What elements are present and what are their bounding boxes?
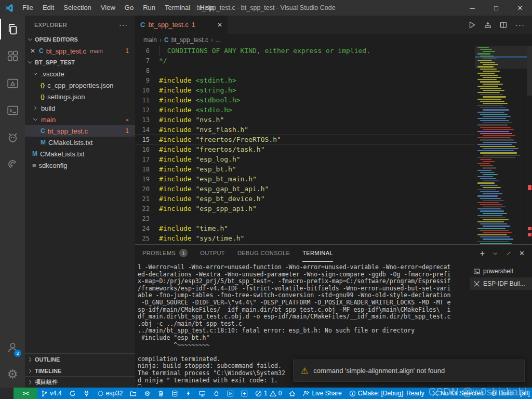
chevron-right-icon [27,379,33,385]
overview-ruler[interactable] [527,46,532,244]
scrollbar-thumb[interactable] [527,46,532,96]
code-editor[interactable]: 6 CONDITIONS OF ANY KIND, either express… [135,46,532,244]
terminal-instance-esp-idf-buil-[interactable]: ESP-IDF Buil... [470,277,532,290]
more-actions-button[interactable]: ··· [515,20,525,29]
breadcrumb[interactable]: main › C bt_spp_test.c › ... [135,34,532,46]
code-line: 16#include "freertos/task.h" [135,144,475,154]
close-button[interactable]: ✕ [508,0,532,16]
code-token [192,234,196,242]
tree-item-c-cpp-properties-json[interactable]: {}c_cpp_properties.json [25,79,135,91]
menuconfig-item[interactable]: ⚙ [140,388,154,399]
activity-account-icon[interactable]: 2 [0,334,25,361]
device-target-item[interactable]: esp32 [94,388,127,399]
serial-port-item[interactable] [79,388,94,399]
maximize-button[interactable]: □ [484,0,508,16]
build-flash-monitor-item[interactable] [209,388,223,399]
tree-item-settings-json[interactable]: {}settings.json [25,91,135,102]
fullclean-item[interactable] [154,388,168,399]
minimap-line [483,213,507,214]
code-token: "esp_gap_bt_api.h" [195,185,269,193]
panel-tab-problems[interactable]: PROBLEMS1 [142,245,188,262]
minimap-line [480,185,498,186]
launch-item[interactable] [237,388,251,399]
split-editor-button[interactable] [500,21,507,29]
panel-header: PROBLEMS1OUTPUTDEBUG CONSOLETERMINAL +✕ [135,245,532,262]
menu-terminal[interactable]: Terminal [160,0,195,16]
tree-item-sdkconfig[interactable]: ≡sdkconfig [25,159,135,171]
minimap-line [477,150,514,151]
erase-flash-item[interactable] [168,388,182,399]
explorer-more-button[interactable]: ··· [119,21,128,29]
line-number: 8 [135,67,159,74]
section-timeline[interactable]: TIMELINE [25,365,135,376]
maximize-panel-button[interactable] [506,250,512,257]
tree-item-cmakelists-txt[interactable]: MCMakeLists.txt [25,137,135,148]
minimap[interactable] [475,46,527,244]
code-token: #include [159,116,192,124]
menu-view[interactable]: View [96,0,120,16]
activity-espressif-icon[interactable] [0,151,25,178]
problems-status-item[interactable]: 10 [251,388,285,399]
minimap-line [480,69,497,70]
tree-item-build[interactable]: build [25,102,135,114]
section-项目组件[interactable]: 项目组件 [25,376,135,388]
section-label: 项目组件 [35,378,58,386]
terminal-line: l -Werror=all -Wno-error=unused-function… [138,264,470,271]
tree-item-cmakelists-txt[interactable]: MCMakeLists.txt [25,148,135,159]
code-token: "esp_bt_main.h" [195,175,256,183]
menu-selection[interactable]: Selection [59,0,96,16]
git-branch-item[interactable]: v4.4 [37,388,65,399]
section-outline[interactable]: OUTLINE [25,353,135,365]
minimize-button[interactable]: ─ [460,0,484,16]
activity-extensions-icon[interactable] [0,43,25,70]
minimap-line [477,92,500,93]
workspace-folder-section[interactable]: BT_SPP_TEST [25,57,135,68]
close-icon[interactable]: ✕ [29,47,36,55]
line-number: 19 [135,176,159,183]
tree-item-main[interactable]: main● [25,114,135,125]
home-item[interactable] [285,388,299,399]
open-editor-detail: main [90,48,103,54]
minimap-line [483,135,515,136]
menu-run[interactable]: Run [138,0,160,16]
menu-edit[interactable]: Edit [38,0,59,16]
run-button[interactable] [468,21,476,29]
flash-item[interactable] [182,388,195,399]
menu-go[interactable]: Go [120,0,138,16]
live-share-item[interactable]: Live Share [299,388,345,399]
notification-toast[interactable]: ⚠ command 'simple-alignment.align' not f… [293,360,525,382]
remote-indicator[interactable]: >< [14,388,37,399]
code-token: "freertos/FreeRTOS.h" [195,136,281,143]
minimap-line [480,210,504,211]
activity-bug-face-icon[interactable] [0,124,25,151]
panel-tab-debug-console[interactable]: DEBUG CONSOLE [237,245,290,262]
sync-item[interactable] [65,388,79,399]
cmake-status-item[interactable]: CMake: [Debug]: Ready [345,388,428,399]
minimap-line [483,193,502,194]
panel-tab-terminal[interactable]: TERMINAL [302,245,333,262]
new-terminal-button[interactable]: + [480,249,485,258]
terminal-instance-powershell[interactable]: powershell [470,265,532,277]
monitor-item[interactable] [195,388,209,399]
flash-download-button[interactable] [484,21,491,29]
debug-item[interactable] [223,388,237,399]
activity-terminal-panel-icon[interactable] [0,97,25,124]
open-editors-section[interactable]: OPEN EDITORS [25,34,135,45]
menu-file[interactable]: File [18,0,38,16]
code-token [192,224,196,232]
activity-explorer-icon[interactable] [0,16,25,43]
project-folder-item[interactable] [126,388,140,399]
activity-settings-gear-icon[interactable]: ⚙ [0,361,25,388]
activity-preview-warning-icon[interactable] [0,70,25,97]
line-number: 12 [135,107,159,114]
tab-close-icon[interactable]: ✕ [217,21,222,29]
panel-tab-output[interactable]: OUTPUT [200,245,225,262]
minimap-line [480,127,511,128]
terminal-dropdown-button[interactable] [492,250,498,257]
tree-item-bt-spp-test-c[interactable]: Cbt_spp_test.c1 [25,125,135,137]
tree-item--vscode[interactable]: .vscode [25,68,135,79]
tab-bt-spp-test[interactable]: C bt_spp_test.c 1 ✕ [135,16,228,34]
open-editor-item[interactable]: ✕ C bt_spp_test.c main 1 [25,45,135,57]
close-panel-button[interactable]: ✕ [519,249,525,257]
minimap-line [480,107,506,108]
